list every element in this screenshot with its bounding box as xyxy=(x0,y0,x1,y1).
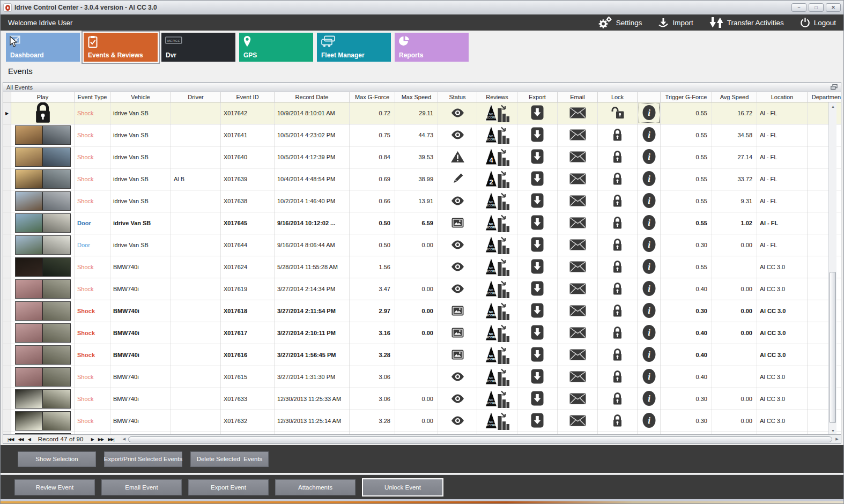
info-icon[interactable]: i xyxy=(642,324,656,342)
email-icon[interactable] xyxy=(569,195,586,207)
column-header-export[interactable]: Export xyxy=(517,92,558,102)
event-thumbnail[interactable] xyxy=(15,301,71,321)
email-cell[interactable] xyxy=(558,168,598,190)
review-score-icon[interactable]: NOSCORE xyxy=(485,323,509,343)
table-row[interactable]: Shockidrive Van SBX01764010/5/2014 4:12:… xyxy=(3,146,841,168)
event-thumbnail[interactable] xyxy=(15,345,71,365)
export-event-button[interactable]: Export Event xyxy=(188,479,269,495)
lock-cell[interactable] xyxy=(598,212,638,234)
unlock-event-button[interactable]: Unlock Event xyxy=(362,478,443,496)
nav-tile-reports[interactable]: Reports xyxy=(395,33,469,62)
export-print-selected-events-button[interactable]: Export/Print Selected Events xyxy=(104,451,182,467)
export-icon[interactable] xyxy=(531,413,544,429)
table-row[interactable]: Shockidrive Van SBAl BX01763910/4/2014 4… xyxy=(3,168,841,190)
info-icon[interactable]: i xyxy=(642,149,656,166)
info-cell[interactable]: i xyxy=(638,234,661,256)
locked-icon[interactable] xyxy=(612,216,623,231)
reviews-cell[interactable]: NOSCORE xyxy=(477,212,517,234)
info-icon[interactable]: i xyxy=(642,214,656,232)
vertical-scrollbar[interactable]: ▲ ▼ xyxy=(828,102,836,434)
column-header-email[interactable]: Email xyxy=(558,92,598,102)
info-cell[interactable]: i xyxy=(638,168,661,190)
column-header-max-speed[interactable]: Max Speed xyxy=(395,92,438,102)
info-cell[interactable]: i xyxy=(638,146,661,168)
table-row[interactable]: ShockBMW740iX0176163/27/2014 1:56:45 PM3… xyxy=(3,344,841,366)
play-cell[interactable] xyxy=(11,432,75,434)
column-header-blank[interactable] xyxy=(638,92,661,102)
lock-cell[interactable] xyxy=(598,344,638,366)
event-thumbnail[interactable] xyxy=(15,213,71,233)
column-header-driver[interactable]: Driver xyxy=(171,92,221,102)
logout-button[interactable]: Logout xyxy=(800,18,836,28)
reviews-cell[interactable]: 2 xyxy=(477,168,517,190)
lock-cell[interactable] xyxy=(598,168,638,190)
email-cell[interactable] xyxy=(558,322,598,344)
popout-icon[interactable] xyxy=(831,84,838,90)
export-icon[interactable] xyxy=(531,193,544,209)
info-cell[interactable]: i xyxy=(638,212,661,234)
lock-cell[interactable] xyxy=(598,278,638,300)
play-cell[interactable] xyxy=(11,410,75,432)
export-cell[interactable] xyxy=(517,256,558,278)
export-icon[interactable] xyxy=(531,237,544,253)
lock-cell[interactable] xyxy=(598,102,638,124)
export-cell[interactable] xyxy=(517,234,558,256)
first-record-button[interactable]: |◀◀ xyxy=(5,437,16,442)
info-cell[interactable]: i xyxy=(638,278,661,300)
column-header-avg-speed[interactable]: Avg Speed xyxy=(712,92,757,102)
vertical-scroll-thumb[interactable] xyxy=(830,272,836,423)
table-row[interactable]: ShockBMW740iX0176245/28/2014 11:55:28 AM… xyxy=(3,256,841,278)
event-thumbnail[interactable] xyxy=(15,323,71,343)
nav-tile-dvr[interactable]: MERGEDvr xyxy=(161,33,235,62)
email-cell[interactable] xyxy=(558,146,598,168)
column-header-trigger-g-force[interactable]: Trigger G-Force xyxy=(661,92,712,102)
export-cell[interactable] xyxy=(517,322,558,344)
locked-icon[interactable] xyxy=(612,370,623,384)
minimize-button[interactable]: – xyxy=(791,3,806,12)
export-icon[interactable] xyxy=(531,347,544,363)
play-cell[interactable] xyxy=(11,256,75,278)
reviews-cell[interactable]: NOSCORE xyxy=(477,388,517,410)
export-icon[interactable] xyxy=(531,281,544,297)
email-cell[interactable] xyxy=(558,300,598,322)
info-icon[interactable]: i xyxy=(642,412,656,429)
column-header-max-g-force[interactable]: Max G-Force xyxy=(350,92,395,102)
export-icon[interactable] xyxy=(531,391,544,407)
export-cell[interactable] xyxy=(517,278,558,300)
delete-selected-events-button[interactable]: Delete Selected Events xyxy=(190,451,269,467)
export-icon[interactable] xyxy=(531,171,544,187)
email-cell[interactable] xyxy=(558,344,598,366)
info-icon[interactable]: i xyxy=(642,105,656,122)
export-cell[interactable] xyxy=(517,300,558,322)
locked-icon[interactable] xyxy=(612,260,623,275)
info-cell[interactable]: i xyxy=(638,344,661,366)
event-thumbnail[interactable] xyxy=(15,411,71,431)
email-icon[interactable] xyxy=(569,283,586,295)
reviews-cell[interactable]: NOSCORE xyxy=(477,124,517,146)
locked-icon[interactable] xyxy=(612,348,623,362)
email-cell[interactable] xyxy=(558,234,598,256)
review-score-icon[interactable]: NOSCORE xyxy=(485,191,509,211)
lock-cell[interactable] xyxy=(598,146,638,168)
lock-cell[interactable] xyxy=(598,410,638,432)
prev-record-button[interactable]: ◀ xyxy=(26,437,33,442)
unlocked-icon[interactable] xyxy=(611,106,625,121)
review-score-icon[interactable]: 4 xyxy=(485,147,509,167)
email-cell[interactable] xyxy=(558,278,598,300)
play-cell[interactable] xyxy=(11,146,75,168)
reviews-cell[interactable]: NOSCORE xyxy=(477,366,517,388)
next-record-button[interactable]: ▶ xyxy=(89,437,96,442)
lock-cell[interactable] xyxy=(598,432,638,434)
reviews-cell[interactable]: NOSCORE xyxy=(477,234,517,256)
email-icon[interactable] xyxy=(569,261,586,273)
event-thumbnail[interactable] xyxy=(15,235,71,255)
export-icon[interactable] xyxy=(531,369,544,385)
event-thumbnail[interactable] xyxy=(15,147,71,167)
review-score-icon[interactable]: NOSCORE xyxy=(485,257,509,277)
lock-cell[interactable] xyxy=(598,300,638,322)
export-cell[interactable] xyxy=(517,190,558,212)
info-cell[interactable]: i xyxy=(638,322,661,344)
email-icon[interactable] xyxy=(569,107,586,120)
export-icon[interactable] xyxy=(531,325,544,341)
lock-cell[interactable] xyxy=(598,124,638,146)
